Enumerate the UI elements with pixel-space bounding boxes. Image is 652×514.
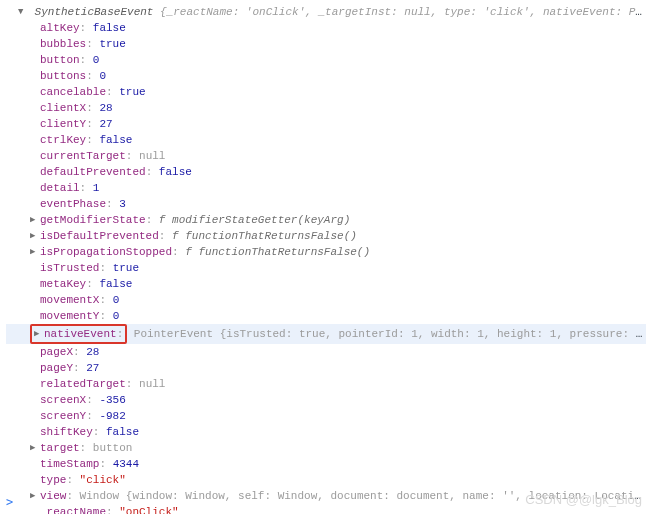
caret-right-icon[interactable]: ▶ [34,326,44,342]
prop-reactName[interactable]: _reactName: "onClick" [6,504,646,514]
prop-clientY[interactable]: clientY: 27 [6,116,646,132]
prop-screenY[interactable]: screenY: -982 [6,408,646,424]
prop-clientX[interactable]: clientX: 28 [6,100,646,116]
highlight-box: ▶nativeEvent: [30,324,127,344]
object-header[interactable]: ▼ SyntheticBaseEvent {_reactName: 'onCli… [6,4,646,20]
caret-down-icon[interactable]: ▼ [18,4,28,20]
prop-pageX[interactable]: pageX: 28 [6,344,646,360]
prop-detail[interactable]: detail: 1 [6,180,646,196]
nativeEvent-type: PointerEvent [134,328,213,340]
prop-screenX[interactable]: screenX: -356 [6,392,646,408]
prop-ctrlKey[interactable]: ctrlKey: false [6,132,646,148]
prop-shiftKey[interactable]: shiftKey: false [6,424,646,440]
prop-getModifierState[interactable]: ▶getModifierState: f modifierStateGetter… [6,212,646,228]
console-prompt-icon[interactable]: > [6,494,13,510]
prop-eventPhase[interactable]: eventPhase: 3 [6,196,646,212]
prop-isTrusted[interactable]: isTrusted: true [6,260,646,276]
caret-right-icon[interactable]: ▶ [30,488,40,504]
prop-button[interactable]: button: 0 [6,52,646,68]
prop-defaultPrevented[interactable]: defaultPrevented: false [6,164,646,180]
prop-isDefaultPrevented[interactable]: ▶isDefaultPrevented: f functionThatRetur… [6,228,646,244]
object-summary: {_reactName: 'onClick', _targetInst: nul… [160,6,646,18]
prop-view[interactable]: ▶view: Window {window: Window, self: Win… [6,488,646,504]
caret-right-icon[interactable]: ▶ [30,212,40,228]
prop-timeStamp[interactable]: timeStamp: 4344 [6,456,646,472]
prop-altKey[interactable]: altKey: false [6,20,646,36]
prop-pageY[interactable]: pageY: 27 [6,360,646,376]
prop-isPropagationStopped[interactable]: ▶isPropagationStopped: f functionThatRet… [6,244,646,260]
object-type: SyntheticBaseEvent [35,6,154,18]
prop-buttons[interactable]: buttons: 0 [6,68,646,84]
prop-movementY[interactable]: movementY: 0 [6,308,646,324]
prop-nativeEvent[interactable]: ▶nativeEvent: PointerEvent {isTrusted: t… [6,324,646,344]
prop-type[interactable]: type: "click" [6,472,646,488]
prop-target[interactable]: ▶target: button [6,440,646,456]
prop-bubbles[interactable]: bubbles: true [6,36,646,52]
prop-relatedTarget[interactable]: relatedTarget: null [6,376,646,392]
caret-right-icon[interactable]: ▶ [30,244,40,260]
prop-metaKey[interactable]: metaKey: false [6,276,646,292]
prop-movementX[interactable]: movementX: 0 [6,292,646,308]
prop-currentTarget[interactable]: currentTarget: null [6,148,646,164]
caret-right-icon[interactable]: ▶ [30,228,40,244]
caret-right-icon[interactable]: ▶ [30,440,40,456]
prop-cancelable[interactable]: cancelable: true [6,84,646,100]
